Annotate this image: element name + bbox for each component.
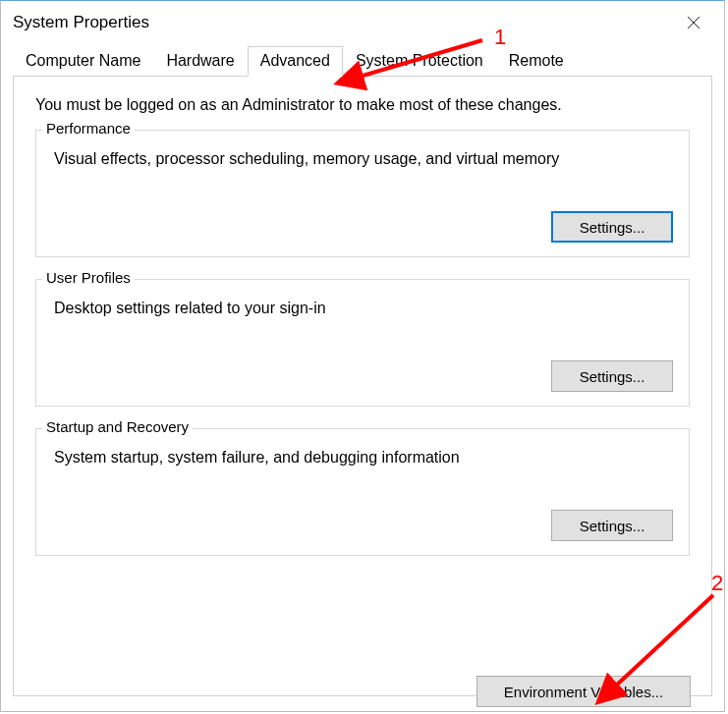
tab-strip: Computer Name Hardware Advanced System P… <box>1 44 724 76</box>
user-profiles-settings-button[interactable]: Settings... <box>551 360 673 392</box>
performance-legend: Performance <box>42 120 135 137</box>
performance-settings-button[interactable]: Settings... <box>551 211 673 243</box>
performance-group: Performance Visual effects, processor sc… <box>35 130 690 257</box>
admin-notice-text: You must be logged on as an Administrato… <box>35 96 690 114</box>
tab-remote[interactable]: Remote <box>496 46 577 77</box>
window-title: System Properties <box>13 13 149 32</box>
tab-system-protection[interactable]: System Protection <box>343 46 496 77</box>
user-profiles-group: User Profiles Desktop settings related t… <box>35 279 690 407</box>
close-button[interactable] <box>671 7 716 38</box>
environment-variables-button[interactable]: Environment Variables... <box>476 676 691 707</box>
performance-description: Visual effects, processor scheduling, me… <box>54 150 673 168</box>
user-profiles-legend: User Profiles <box>42 269 135 286</box>
annotation-label-1: 1 <box>494 25 506 50</box>
user-profiles-description: Desktop settings related to your sign-in <box>54 300 673 317</box>
tab-computer-name[interactable]: Computer Name <box>13 46 153 77</box>
tab-hardware[interactable]: Hardware <box>153 46 247 77</box>
advanced-panel: You must be logged on as an Administrato… <box>13 76 712 696</box>
annotation-label-2: 2 <box>711 571 723 596</box>
startup-recovery-button-row: Settings... <box>52 510 673 541</box>
tab-advanced[interactable]: Advanced <box>248 46 343 77</box>
close-icon <box>687 16 700 29</box>
user-profiles-button-row: Settings... <box>52 360 673 392</box>
system-properties-window: System Properties Computer Name Hardware… <box>0 0 725 712</box>
performance-button-row: Settings... <box>52 211 673 243</box>
titlebar: System Properties <box>1 1 724 44</box>
startup-recovery-group: Startup and Recovery System startup, sys… <box>35 428 690 556</box>
startup-recovery-description: System startup, system failure, and debu… <box>54 449 673 467</box>
startup-recovery-legend: Startup and Recovery <box>42 418 193 435</box>
environment-variables-row: Environment Variables... <box>0 676 712 707</box>
startup-recovery-settings-button[interactable]: Settings... <box>551 510 673 541</box>
